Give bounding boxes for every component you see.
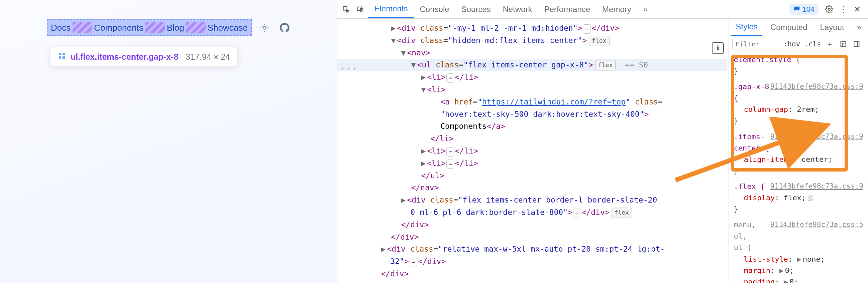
tab-network[interactable]: Network [497,0,538,19]
dom-node[interactable]: </div> [337,231,727,243]
dom-node[interactable]: ▶<div class="flex items-center border-l … [337,194,727,206]
css-property[interactable]: margin [744,266,770,275]
svg-rect-2 [63,53,65,55]
css-value[interactable]: 0; [789,278,799,283]
hover-toggle[interactable]: :hov [783,40,800,48]
theme-toggle-button[interactable] [257,20,272,35]
rule-source-link[interactable]: 91143bfefe98c73a.css:9 [770,131,863,142]
styles-tabs-overflow[interactable]: » [852,19,866,36]
svg-rect-6 [358,7,362,10]
tab-sources[interactable]: Sources [456,0,497,19]
css-value[interactable]: flex; [784,193,806,202]
tooltip-dimensions: 317.94 × 24 [186,52,230,62]
dom-node[interactable]: ▶<li>⋯</li> [337,145,727,157]
dom-node[interactable]: ▼<nav> [337,47,727,59]
dom-node[interactable]: ▶<li>⋯</li> [337,157,727,170]
dom-node[interactable]: 32">⋯</div> [337,255,727,268]
rule-selector[interactable]: element.style { [734,56,800,64]
dom-node[interactable]: ▶<div class="-my-1 ml-2 -mr-1 md:hidden"… [337,22,727,34]
styles-tab-computed[interactable]: Computed [766,19,812,36]
flex-gap-indicator [72,22,92,33]
dom-node-text[interactable]: Components</a> [337,120,727,133]
dom-node-selected[interactable]: ▼<ul class="flex items-center gap-x-8">f… [337,59,727,71]
devtools-tabbar: Elements Console Sources Network Perform… [337,0,868,19]
computed-sidebar-icon[interactable] [839,39,848,49]
dom-node[interactable]: </li> [337,133,727,145]
nav-link-showcase: Showcase [208,23,248,33]
dom-node[interactable]: ▼<li> [337,83,727,96]
dom-node[interactable]: "hover:text-sky-500 dark:hover:text-sky-… [337,108,727,120]
dom-tree[interactable]: ··· ▶<div class="-my-1 ml-2 -mr-1 md:hid… [337,19,728,283]
element-inspector-tooltip: ul.flex.items-center.gap-x-8 317.94 × 24 [50,47,238,67]
nav-link-blog: Blog [167,23,184,33]
svg-point-9 [717,45,718,46]
rule-selector[interactable]: .gap-x-8 { [734,82,769,102]
cls-toggle[interactable]: .cls [804,40,821,48]
dom-node[interactable]: ▶<div class="relative max-w-5xl mx-auto … [337,243,727,255]
new-style-rule-icon[interactable]: ＋ [825,39,835,49]
tooltip-classes: .flex.items-center.gap-x-8 [78,52,178,61]
page-preview: Docs Components Blog Showcase ul.flex.it… [0,0,337,283]
svg-point-8 [828,8,830,10]
tab-performance[interactable]: Performance [538,0,596,19]
css-rules-list[interactable]: element.style { } 91143bfefe98c73a.css:9… [729,52,868,283]
css-property[interactable]: list-style [744,255,788,263]
inspect-element-icon[interactable] [340,3,352,15]
svg-point-0 [263,26,266,29]
kebab-menu-icon[interactable]: ⋮ [837,3,849,15]
dom-node[interactable]: <a href="https://tailwindui.com/?ref=top… [337,96,727,108]
devtools-panel: Elements Console Sources Network Perform… [337,0,868,283]
tab-console[interactable]: Console [414,0,456,19]
rule-selector[interactable]: .flex { [734,182,765,190]
css-value[interactable]: none; [803,255,825,263]
dom-node[interactable]: </div> [337,268,727,280]
css-property[interactable]: padding [744,278,775,283]
accessibility-icon[interactable] [712,42,724,54]
dom-node[interactable]: 0 ml-6 pl-6 dark:border-slate-800">⋯</di… [337,206,727,219]
settings-gear-icon[interactable] [823,3,835,15]
github-link-icon[interactable] [277,20,292,35]
nav-link-components: Components [94,23,143,33]
rule-source-link[interactable]: 91143bfefe98c73a.css:5 [770,219,863,230]
css-value[interactable]: 2rem; [797,105,819,113]
dom-node[interactable]: ▶<li>⋯</li> [337,71,727,83]
rule-selector[interactable]: menu, ol,ul { [734,221,756,252]
tabs-overflow[interactable]: » [637,0,654,19]
dom-node[interactable]: ▶<div class="max-w-7xl mx-auto px-4 sm:p… [337,280,727,283]
toggle-panel-icon[interactable] [852,39,861,49]
inspected-element-overlay: Docs Components Blog Showcase [47,20,252,36]
issues-count: 104 [802,5,814,14]
styles-tab-layout[interactable]: Layout [815,19,849,36]
css-property[interactable]: display [744,193,775,202]
issues-counter[interactable]: 104 [789,4,818,15]
rule-source-link[interactable]: 91143bfefe98c73a.css:9 [770,81,863,92]
css-value[interactable]: center; [802,155,833,164]
svg-rect-10 [841,41,846,46]
flex-gap-indicator [146,22,165,33]
dom-node[interactable]: </div> [337,219,727,231]
tab-memory[interactable]: Memory [596,0,637,19]
tooltip-tag: ul [70,52,78,61]
nav-link-docs: Docs [51,23,70,33]
styles-tab-styles[interactable]: Styles [731,19,762,36]
flex-gap-indicator [186,22,206,33]
svg-rect-4 [63,57,65,59]
tab-elements[interactable]: Elements [368,0,413,19]
dom-node[interactable]: ▼<div class="hidden md:flex items-center… [337,34,727,47]
grid-icon [58,52,66,62]
dom-node[interactable]: </nav> [337,182,727,194]
rule-source-link[interactable]: 91143bfefe98c73a.css:9 [770,181,863,192]
styles-panel: Styles Computed Layout » :hov .cls ＋ ele… [728,19,868,283]
css-value[interactable]: 0; [785,266,794,275]
rule-selector[interactable]: .items-center { [734,133,769,152]
overflow-indicator-icon[interactable]: ··· [340,62,358,76]
device-toggle-icon[interactable] [354,3,366,15]
css-property[interactable]: align-items [744,155,793,164]
svg-rect-1 [59,53,61,55]
css-property[interactable]: column-gap [744,105,788,113]
flex-swatch-icon[interactable] [808,196,813,201]
styles-filter-input[interactable] [732,39,779,49]
dom-node[interactable]: </ul> [337,170,727,182]
svg-rect-3 [59,57,61,59]
close-devtools-icon[interactable]: ✕ [851,3,863,15]
